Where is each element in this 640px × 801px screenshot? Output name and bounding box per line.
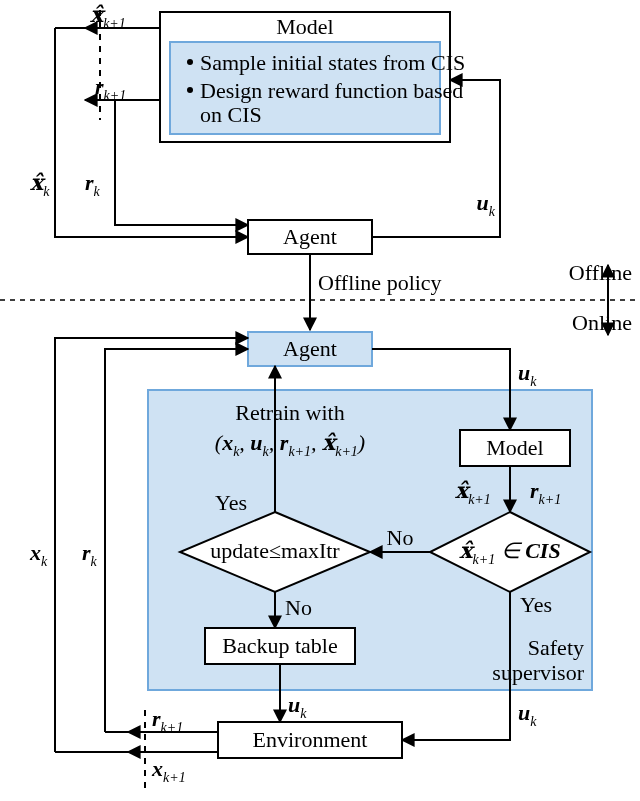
label-xk-online: xk [29,540,48,569]
offline-agent-label: Agent [283,224,337,249]
label-uk-online-top: uk [518,360,537,389]
offline-model-bullet-1: Sample initial states from CIS [200,50,465,75]
offline-model-title: Model [276,14,333,39]
label-rk1-env: rk+1 [152,706,183,735]
label-uk-offline: uk [477,190,496,219]
online-model-label: Model [486,435,543,460]
divider-online-label: Online [572,310,632,335]
label-xhatk-offline: x̂k [30,170,50,199]
label-offline-policy: Offline policy [318,270,442,295]
safety-supervisor-label-2: supervisor [492,660,584,685]
bullet-icon [187,87,193,93]
label-rk1-offline: rk+1 [95,74,126,103]
offline-model-bullet-2-line2: on CIS [200,102,262,127]
label-uk-cis-yes: uk [518,700,537,729]
bullet-icon [187,59,193,65]
label-update-yes: Yes [215,490,247,515]
label-cis-no: No [387,525,414,550]
offline-model-bullet-2-line1: Design reward function based [200,78,463,103]
label-xk1-env: xk+1 [151,756,186,785]
divider-offline-label: Offline [569,260,632,285]
label-rk-offline: rk [85,170,101,199]
label-update-no: No [285,595,312,620]
environment-label: Environment [253,727,368,752]
decision-update-text: update≤maxItr [210,538,340,563]
online-agent-label: Agent [283,336,337,361]
label-cis-yes: Yes [520,592,552,617]
label-xhatk1-offline: x̂k+1 [90,2,126,31]
backup-table-label: Backup table [222,633,337,658]
safety-supervisor-label-1: Safety [528,635,584,660]
retrain-label: Retrain with [235,400,344,425]
label-uk-backup: uk [288,692,307,721]
label-rk-online: rk [82,540,98,569]
